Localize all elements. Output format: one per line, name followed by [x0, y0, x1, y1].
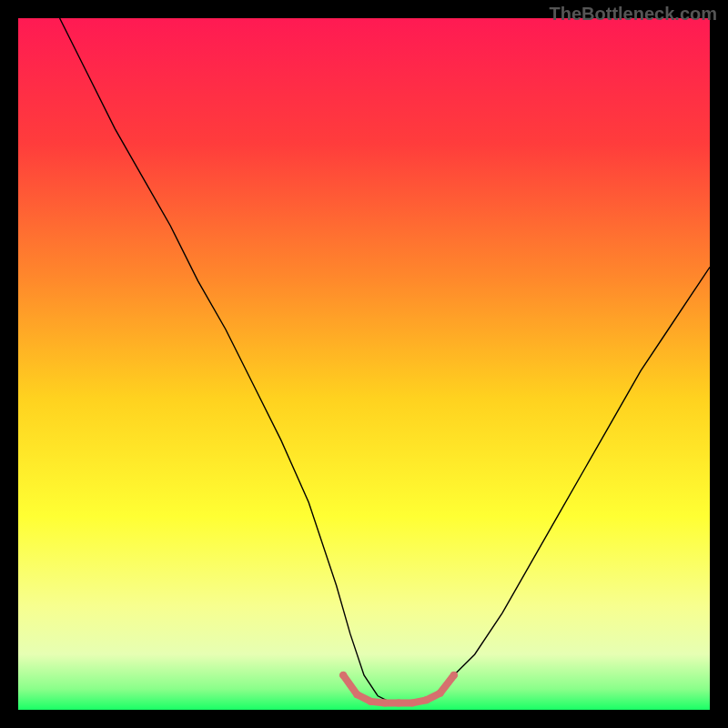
- optimal-zone-dots: [339, 672, 347, 679]
- optimal-zone-dots: [395, 699, 402, 706]
- optimal-zone-dots: [422, 696, 430, 703]
- optimal-zone-dots: [381, 699, 389, 706]
- bottleneck-chart: [18, 18, 710, 710]
- chart-background: [18, 18, 710, 710]
- watermark-text: TheBottleneck.com: [550, 4, 717, 25]
- optimal-zone-dots: [353, 691, 360, 698]
- chart-container: [18, 18, 710, 710]
- optimal-zone-dots: [368, 698, 375, 705]
- optimal-zone-dots: [450, 672, 458, 679]
- optimal-zone-dots: [437, 690, 444, 697]
- optimal-zone-dots: [409, 699, 416, 706]
